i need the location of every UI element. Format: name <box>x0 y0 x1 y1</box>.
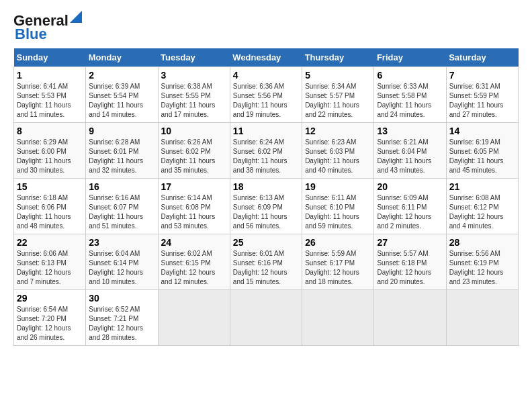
day-info: Sunrise: 6:34 AM Sunset: 5:57 PM Dayligh… <box>305 82 371 120</box>
day-info: Sunrise: 6:23 AM Sunset: 6:03 PM Dayligh… <box>305 138 371 175</box>
day-info: Sunrise: 6:26 AM Sunset: 6:02 PM Dayligh… <box>161 138 227 175</box>
day-number: 14 <box>449 126 515 136</box>
day-number: 8 <box>17 126 83 136</box>
page-header: General Blue <box>13 13 519 42</box>
day-number: 17 <box>161 181 227 192</box>
day-info: Sunrise: 6:19 AM Sunset: 6:05 PM Dayligh… <box>449 138 515 175</box>
calendar-cell: 16 Sunrise: 6:16 AM Sunset: 6:07 PM Dayl… <box>86 179 158 234</box>
header-day-tuesday: Tuesday <box>158 48 230 67</box>
day-number: 20 <box>377 181 443 192</box>
day-number: 15 <box>17 181 83 192</box>
calendar-cell: 14 Sunrise: 6:19 AM Sunset: 6:05 PM Dayl… <box>446 123 518 179</box>
calendar-cell: 10 Sunrise: 6:26 AM Sunset: 6:02 PM Dayl… <box>158 123 230 179</box>
calendar-week-3: 15 Sunrise: 6:18 AM Sunset: 6:06 PM Dayl… <box>14 179 519 234</box>
day-info: Sunrise: 5:56 AM Sunset: 6:19 PM Dayligh… <box>449 249 515 287</box>
day-info: Sunrise: 6:24 AM Sunset: 6:02 PM Dayligh… <box>233 138 299 175</box>
calendar-cell: 1 Sunrise: 6:41 AM Sunset: 5:53 PM Dayli… <box>14 67 86 123</box>
day-info: Sunrise: 6:11 AM Sunset: 6:10 PM Dayligh… <box>305 193 371 231</box>
calendar-cell: 13 Sunrise: 6:21 AM Sunset: 6:04 PM Dayl… <box>374 123 446 179</box>
day-info: Sunrise: 6:21 AM Sunset: 6:04 PM Dayligh… <box>377 138 443 175</box>
day-info: Sunrise: 5:59 AM Sunset: 6:17 PM Dayligh… <box>305 249 371 287</box>
day-number: 29 <box>17 293 83 304</box>
day-number: 5 <box>305 70 371 81</box>
calendar-cell: 5 Sunrise: 6:34 AM Sunset: 5:57 PM Dayli… <box>302 67 374 123</box>
day-number: 18 <box>233 181 299 192</box>
day-info: Sunrise: 6:39 AM Sunset: 5:54 PM Dayligh… <box>89 82 154 120</box>
calendar-cell: 9 Sunrise: 6:28 AM Sunset: 6:01 PM Dayli… <box>86 123 158 179</box>
day-info: Sunrise: 6:06 AM Sunset: 6:13 PM Dayligh… <box>17 249 83 287</box>
header-day-wednesday: Wednesday <box>230 48 302 67</box>
day-number: 9 <box>89 126 154 136</box>
day-info: Sunrise: 6:18 AM Sunset: 6:06 PM Dayligh… <box>17 193 83 231</box>
day-number: 26 <box>305 237 371 248</box>
logo-blue: Blue <box>15 27 47 42</box>
calendar-cell: 2 Sunrise: 6:39 AM Sunset: 5:54 PM Dayli… <box>86 67 158 123</box>
calendar-cell <box>158 290 230 346</box>
day-info: Sunrise: 6:02 AM Sunset: 6:15 PM Dayligh… <box>161 249 227 287</box>
svg-marker-0 <box>70 11 82 23</box>
day-number: 24 <box>161 237 227 248</box>
calendar-week-2: 8 Sunrise: 6:29 AM Sunset: 6:00 PM Dayli… <box>14 123 519 179</box>
day-number: 22 <box>17 237 83 248</box>
calendar-table: SundayMondayTuesdayWednesdayThursdayFrid… <box>13 48 519 346</box>
day-number: 12 <box>305 126 371 136</box>
calendar-cell: 25 Sunrise: 6:01 AM Sunset: 6:16 PM Dayl… <box>230 234 302 290</box>
day-info: Sunrise: 6:31 AM Sunset: 5:59 PM Dayligh… <box>449 82 515 120</box>
calendar-cell: 8 Sunrise: 6:29 AM Sunset: 6:00 PM Dayli… <box>14 123 86 179</box>
calendar-cell: 15 Sunrise: 6:18 AM Sunset: 6:06 PM Dayl… <box>14 179 86 234</box>
day-number: 13 <box>377 126 443 136</box>
header-day-thursday: Thursday <box>302 48 374 67</box>
header-day-monday: Monday <box>86 48 158 67</box>
day-number: 19 <box>305 181 371 192</box>
calendar-cell: 18 Sunrise: 6:13 AM Sunset: 6:09 PM Dayl… <box>230 179 302 234</box>
day-info: Sunrise: 6:38 AM Sunset: 5:55 PM Dayligh… <box>161 82 227 120</box>
day-number: 16 <box>89 181 154 192</box>
day-info: Sunrise: 6:01 AM Sunset: 6:16 PM Dayligh… <box>233 249 299 287</box>
day-info: Sunrise: 6:41 AM Sunset: 5:53 PM Dayligh… <box>17 82 83 120</box>
day-info: Sunrise: 6:33 AM Sunset: 5:58 PM Dayligh… <box>377 82 443 120</box>
calendar-cell <box>374 290 446 346</box>
day-number: 3 <box>161 70 227 81</box>
day-number: 4 <box>233 70 299 81</box>
calendar-cell: 24 Sunrise: 6:02 AM Sunset: 6:15 PM Dayl… <box>158 234 230 290</box>
day-info: Sunrise: 6:28 AM Sunset: 6:01 PM Dayligh… <box>89 138 154 175</box>
day-info: Sunrise: 5:57 AM Sunset: 6:18 PM Dayligh… <box>377 249 443 287</box>
day-info: Sunrise: 6:54 AM Sunset: 7:20 PM Dayligh… <box>17 305 83 342</box>
calendar-cell: 19 Sunrise: 6:11 AM Sunset: 6:10 PM Dayl… <box>302 179 374 234</box>
calendar-cell: 12 Sunrise: 6:23 AM Sunset: 6:03 PM Dayl… <box>302 123 374 179</box>
calendar-cell: 17 Sunrise: 6:14 AM Sunset: 6:08 PM Dayl… <box>158 179 230 234</box>
header-day-saturday: Saturday <box>446 48 518 67</box>
calendar-cell: 26 Sunrise: 5:59 AM Sunset: 6:17 PM Dayl… <box>302 234 374 290</box>
day-number: 30 <box>89 293 154 304</box>
calendar-cell: 30 Sunrise: 6:52 AM Sunset: 7:21 PM Dayl… <box>86 290 158 346</box>
calendar-week-4: 22 Sunrise: 6:06 AM Sunset: 6:13 PM Dayl… <box>14 234 519 290</box>
logo: General Blue <box>13 13 82 42</box>
calendar-cell: 29 Sunrise: 6:54 AM Sunset: 7:20 PM Dayl… <box>14 290 86 346</box>
calendar-cell: 23 Sunrise: 6:04 AM Sunset: 6:14 PM Dayl… <box>86 234 158 290</box>
day-number: 10 <box>161 126 227 136</box>
calendar-week-5: 29 Sunrise: 6:54 AM Sunset: 7:20 PM Dayl… <box>14 290 519 346</box>
calendar-cell <box>230 290 302 346</box>
calendar-cell: 3 Sunrise: 6:38 AM Sunset: 5:55 PM Dayli… <box>158 67 230 123</box>
calendar-week-1: 1 Sunrise: 6:41 AM Sunset: 5:53 PM Dayli… <box>14 67 519 123</box>
day-number: 21 <box>449 181 515 192</box>
day-info: Sunrise: 6:52 AM Sunset: 7:21 PM Dayligh… <box>89 305 154 342</box>
day-info: Sunrise: 6:14 AM Sunset: 6:08 PM Dayligh… <box>161 193 227 231</box>
logo-arrow-icon <box>70 11 82 23</box>
day-info: Sunrise: 6:36 AM Sunset: 5:56 PM Dayligh… <box>233 82 299 120</box>
calendar-cell: 6 Sunrise: 6:33 AM Sunset: 5:58 PM Dayli… <box>374 67 446 123</box>
header-day-friday: Friday <box>374 48 446 67</box>
day-number: 7 <box>449 70 515 81</box>
day-number: 11 <box>233 126 299 136</box>
calendar-cell: 27 Sunrise: 5:57 AM Sunset: 6:18 PM Dayl… <box>374 234 446 290</box>
day-info: Sunrise: 6:08 AM Sunset: 6:12 PM Dayligh… <box>449 193 515 231</box>
calendar-cell: 22 Sunrise: 6:06 AM Sunset: 6:13 PM Dayl… <box>14 234 86 290</box>
day-number: 27 <box>377 237 443 248</box>
day-number: 28 <box>449 237 515 248</box>
calendar-cell: 4 Sunrise: 6:36 AM Sunset: 5:56 PM Dayli… <box>230 67 302 123</box>
calendar-cell: 7 Sunrise: 6:31 AM Sunset: 5:59 PM Dayli… <box>446 67 518 123</box>
day-info: Sunrise: 6:09 AM Sunset: 6:11 PM Dayligh… <box>377 193 443 231</box>
day-number: 2 <box>89 70 154 81</box>
calendar-cell: 21 Sunrise: 6:08 AM Sunset: 6:12 PM Dayl… <box>446 179 518 234</box>
day-number: 1 <box>17 70 83 81</box>
